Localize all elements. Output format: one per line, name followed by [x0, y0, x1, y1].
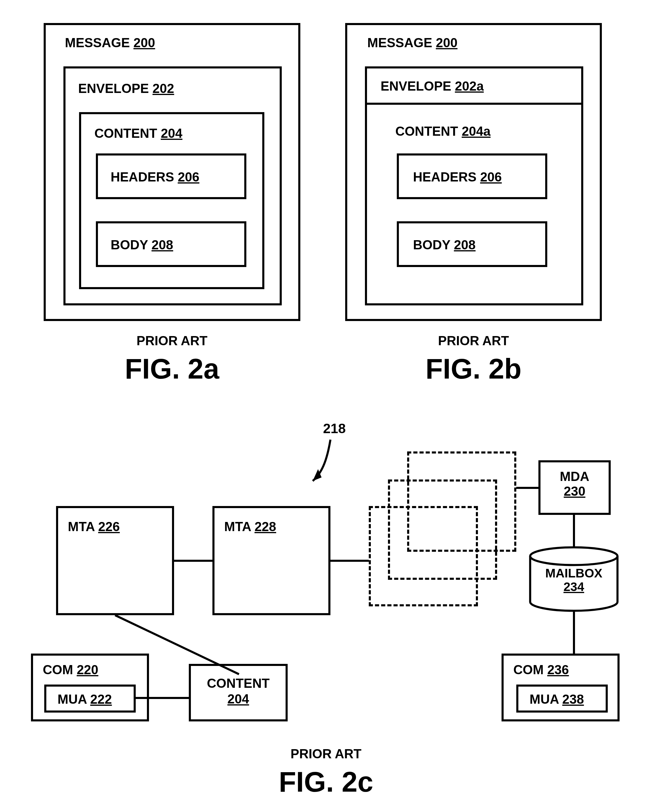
svg-line-2 [115, 615, 239, 674]
fig2c-ref-218-arrow [295, 437, 354, 496]
fig2c-mda-text: MDA [560, 469, 589, 484]
fig2b-body-num: 208 [454, 238, 476, 252]
fig2b-headers-label: HEADERS 206 [413, 169, 502, 185]
fig2c-com-236-label: COM 236 [513, 662, 569, 677]
fig2c-mta-228-num: 228 [255, 519, 276, 534]
fig2c-line-dashed-mda [516, 487, 538, 489]
fig2c-com-220-text: COM [43, 662, 73, 677]
fig2c-com-236-text: COM [513, 662, 544, 677]
fig2c-content-num: 204 [228, 691, 249, 706]
fig2c-mta-226-label: MTA 226 [68, 519, 120, 534]
fig2a-body-num: 208 [152, 238, 173, 252]
fig2c-mua-222-text: MUA [58, 692, 87, 707]
fig2b-body-label: BODY 208 [413, 238, 476, 252]
fig2c-mua-222-label: MUA 222 [58, 692, 112, 707]
fig2c-ref-218: 218 [323, 420, 346, 437]
fig2a-prior-art: PRIOR ART [44, 333, 300, 348]
fig2a-headers-num: 206 [178, 169, 199, 184]
fig2a-headers-text: HEADERS [111, 169, 174, 184]
fig2c-line-mda-mailbox [573, 515, 575, 547]
fig2c-mta-228-text: MTA [224, 519, 251, 534]
fig2c-title: FIG. 2c [0, 766, 652, 798]
fig2a-content-text: CONTENT [95, 126, 157, 140]
fig2a-content-num: 204 [161, 126, 182, 140]
fig2c-mua-238-label: MUA 238 [530, 692, 584, 707]
fig2c-line-mua222-content [136, 697, 189, 699]
fig2b-content-label: CONTENT 204a [395, 124, 491, 139]
fig2a-title: FIG. 2a [44, 353, 300, 385]
fig2c-mta-226-num: 226 [98, 519, 120, 534]
fig2a-envelope-text: ENVELOPE [78, 81, 149, 96]
fig2a-message-text: MESSAGE [65, 35, 130, 50]
fig2a-message-num: 200 [133, 35, 155, 50]
fig2c-line-mailbox-com236 [573, 611, 575, 653]
fig2c-mailbox-num: 234 [563, 580, 584, 594]
fig2a-message-label: MESSAGE 200 [65, 35, 155, 50]
fig2c-content-text: CONTENT [207, 676, 270, 690]
fig2c-mta-228-label: MTA 228 [224, 519, 276, 534]
fig2c-mua-222-num: 222 [90, 692, 112, 707]
svg-point-1 [530, 547, 617, 565]
fig2c-mda-label: MDA 230 [538, 469, 611, 499]
fig2c-content-label: CONTENT 204 [189, 676, 288, 707]
fig2b-headers-num: 206 [480, 169, 502, 184]
fig2a-content-label: CONTENT 204 [95, 126, 182, 141]
fig2a-envelope-label: ENVELOPE 202 [78, 81, 174, 96]
fig2c-prior-art: PRIOR ART [0, 746, 652, 761]
fig2c-mua-238-text: MUA [530, 692, 559, 707]
fig2b-envelope-label: ENVELOPE 202a [380, 79, 484, 93]
fig2a-headers-label: HEADERS 206 [111, 169, 199, 185]
fig2b-body-text: BODY [413, 238, 450, 252]
fig2c-line-mta226-content [115, 615, 239, 674]
fig2c-com-236-num: 236 [547, 662, 569, 677]
fig2c-line-mta226-mta228 [174, 560, 212, 562]
fig2a-body-text: BODY [111, 238, 148, 252]
fig2b-message-label: MESSAGE 200 [367, 35, 458, 50]
fig2c-dashed-box-front [369, 506, 478, 606]
fig2b-headers-text: HEADERS [413, 169, 476, 184]
fig2a-envelope-num: 202 [153, 81, 174, 96]
fig2a-body-label: BODY 208 [111, 238, 173, 252]
fig2c-mta-226-text: MTA [68, 519, 95, 534]
fig2b-content-num: 204a [462, 124, 491, 138]
fig2c-mailbox-text: MAILBOX [545, 566, 602, 580]
fig2b-content-text: CONTENT [395, 124, 458, 138]
fig2c-com-220-label: COM 220 [43, 662, 98, 677]
fig2b-envelope-text: ENVELOPE [380, 79, 451, 93]
fig2c-mua-238-num: 238 [562, 692, 584, 707]
fig2c-line-mta228-dashed [330, 560, 369, 562]
fig2b-envelope-num: 202a [455, 79, 484, 93]
fig2b-title: FIG. 2b [345, 353, 602, 385]
fig2c-com-220-num: 220 [77, 662, 98, 677]
fig2c-mailbox-label: MAILBOX 234 [528, 566, 620, 594]
fig2b-prior-art: PRIOR ART [345, 333, 602, 348]
fig2b-message-text: MESSAGE [367, 35, 432, 50]
fig2b-message-num: 200 [436, 35, 457, 50]
fig2c-mda-num: 230 [564, 484, 585, 498]
